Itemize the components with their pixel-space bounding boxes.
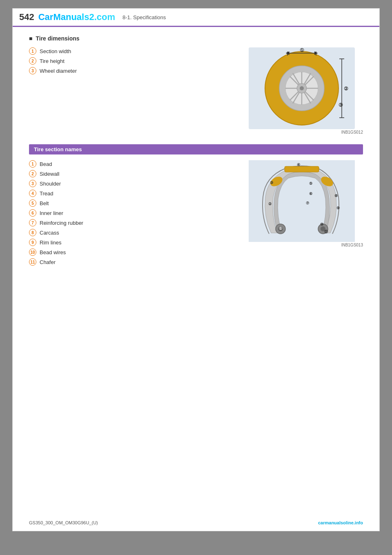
tire-dimensions-section: 1 Section width2 Tire height3 Wheel diam…	[29, 47, 363, 134]
item-num: 2	[29, 170, 36, 177]
item-label: Chafer	[40, 259, 56, 265]
item-num: 4	[29, 190, 36, 197]
item-label: Sidewall	[40, 171, 59, 177]
dim-item: 1 Section width	[29, 47, 241, 55]
item-num: 9	[29, 239, 36, 246]
tire-dimensions-title: Tire dimensions	[29, 35, 363, 42]
item-label: Wheel diameter	[40, 68, 77, 74]
item-num: 7	[29, 219, 36, 226]
dim-item: 2 Tire height	[29, 57, 241, 65]
item-label: Belt	[40, 200, 49, 206]
item-num: 3	[29, 180, 36, 187]
item-num: 1	[29, 160, 36, 168]
section-name-item: 3 Shoulder	[29, 180, 241, 187]
item-num: 10	[29, 248, 36, 256]
cross-section-svg: ① ② ③ ④ ⑤ ⑥ ⑦ ⑧ ⑨ ⑩ ⑪	[249, 160, 355, 242]
section-name-item: 6 Inner liner	[29, 209, 241, 217]
item-label: Reinforcing rubber	[40, 220, 83, 226]
header: 542 CarManuals2.com 8-1. Specifications	[13, 9, 379, 27]
tire-diagram-container: ① ② ③	[249, 47, 363, 134]
page-number: 542	[19, 12, 34, 22]
item-label: Inner liner	[40, 210, 63, 216]
section-name-item: 5 Belt	[29, 199, 241, 207]
item-num: 1	[29, 47, 36, 55]
svg-text:③: ③	[339, 102, 343, 108]
item-label: Tire height	[40, 58, 65, 64]
dimensions-list: 1 Section width2 Tire height3 Wheel diam…	[29, 47, 241, 134]
footer-website[interactable]: carmanualsoline.info	[318, 520, 363, 525]
svg-text:①: ①	[300, 47, 304, 53]
svg-text:④: ④	[297, 163, 300, 167]
tire-diagram-svg: ① ② ③	[249, 47, 355, 129]
svg-text:⑧: ⑧	[334, 194, 338, 198]
section-name-item: 7 Reinforcing rubber	[29, 219, 241, 226]
svg-text:⑪: ⑪	[324, 230, 328, 234]
item-label: Section width	[40, 48, 71, 54]
section-name-item: 1 Bead	[29, 160, 241, 168]
item-num: 5	[29, 199, 36, 207]
item-label: Bead wires	[40, 249, 66, 255]
section-names-banner: Tire section names	[29, 144, 363, 154]
section-label: 8-1. Specifications	[122, 14, 166, 20]
svg-text:⑤: ⑤	[309, 181, 312, 186]
svg-point-11	[300, 86, 304, 90]
section-names-layout: 1 Bead2 Sidewall3 Shoulder4 Tread5 Belt6…	[29, 160, 363, 268]
tire-diagram-label: INB1GS012	[249, 130, 363, 134]
item-num: 11	[29, 258, 36, 266]
tire-diagram: ① ② ③	[249, 47, 355, 129]
cross-section-diagram-container: ① ② ③ ④ ⑤ ⑥ ⑦ ⑧ ⑨ ⑩ ⑪ INB1	[249, 160, 363, 268]
svg-text:③: ③	[270, 181, 273, 185]
item-num: 3	[29, 67, 36, 74]
section-name-item: 11 Chafer	[29, 258, 241, 266]
svg-text:⑨: ⑨	[336, 206, 340, 210]
section-name-item: 8 Carcass	[29, 229, 241, 236]
section-name-item: 10 Bead wires	[29, 248, 241, 256]
section-name-item: 9 Rim lines	[29, 239, 241, 246]
item-label: Carcass	[40, 230, 59, 236]
svg-text:⑦: ⑦	[306, 201, 309, 205]
svg-text:②: ②	[268, 202, 272, 206]
item-label: Shoulder	[40, 181, 61, 187]
svg-text:⑩: ⑩	[320, 222, 323, 226]
svg-text:②: ②	[344, 86, 348, 92]
cross-section-diagram: ① ② ③ ④ ⑤ ⑥ ⑦ ⑧ ⑨ ⑩ ⑪	[249, 160, 355, 242]
main-content: Tire dimensions 1 Section width2 Tire he…	[13, 27, 379, 276]
footer: GS350_300_OM_OM30G96U_(U) carmanualsolin…	[13, 520, 379, 525]
section-name-item: 4 Tread	[29, 190, 241, 197]
section-names-list: 1 Bead2 Sidewall3 Shoulder4 Tread5 Belt6…	[29, 160, 241, 268]
item-num: 8	[29, 229, 36, 236]
dim-item: 3 Wheel diameter	[29, 67, 241, 74]
item-num: 2	[29, 57, 36, 65]
section-name-item: 2 Sidewall	[29, 170, 241, 177]
item-label: Rim lines	[40, 239, 61, 246]
svg-text:①: ①	[279, 226, 282, 231]
cross-section-diagram-label: INB1GS013	[249, 243, 363, 247]
svg-rect-22	[285, 166, 319, 172]
site-logo[interactable]: CarManuals2.com	[38, 12, 115, 22]
svg-text:⑥: ⑥	[309, 192, 312, 196]
item-num: 6	[29, 209, 36, 217]
item-label: Bead	[40, 161, 52, 167]
page: 542 CarManuals2.com 8-1. Specifications …	[12, 8, 380, 531]
item-label: Tread	[40, 190, 53, 197]
footer-model: GS350_300_OM_OM30G96U_(U)	[29, 520, 98, 525]
